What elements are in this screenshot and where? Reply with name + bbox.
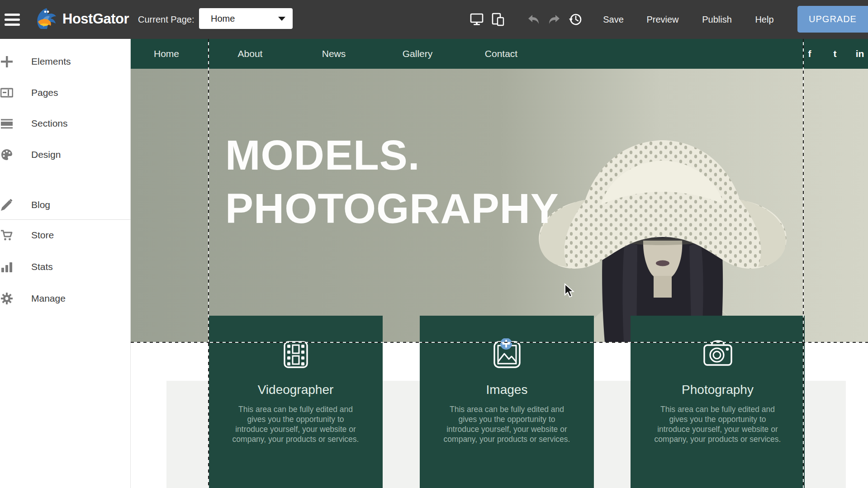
card-body: This area can be fully edited and gives … [650,404,786,444]
site-nav-news[interactable]: News [322,39,346,69]
plus-icon [0,55,13,68]
film-icon [281,338,311,371]
selection-guide-left [208,39,209,488]
palette-icon [0,148,13,161]
gear-icon [0,292,13,305]
card-body: This area can be fully edited and gives … [439,404,575,444]
sidebar-item-manage[interactable]: Manage [0,289,131,308]
preview-button[interactable]: Preview [646,0,678,39]
undo-icon[interactable] [526,12,541,27]
page-dropdown[interactable]: Home [199,8,293,29]
bar-chart-icon [0,261,13,273]
site-canvas: Home About News Gallery Contact f t in [131,39,868,488]
hero-section[interactable]: MODELS. PHOTOGRAPHY [131,69,868,342]
site-nav-about[interactable]: About [238,39,263,69]
sidebar-item-pages[interactable]: Pages [0,83,131,103]
sidebar-item-store[interactable]: Store [0,225,131,245]
site-nav-contact[interactable]: Contact [485,39,517,69]
hero-title-line2: PHOTOGRAPHY [225,182,559,235]
hero-title[interactable]: MODELS. PHOTOGRAPHY [225,128,559,235]
mouse-cursor [563,283,577,298]
pencil-icon [0,199,13,211]
sidebar-item-design[interactable]: Design [0,145,131,165]
chevron-down-icon [278,17,285,21]
site-nav-gallery[interactable]: Gallery [403,39,433,69]
topbar: HostGator Current Page: Home Save Previe… [0,0,868,39]
publish-button[interactable]: Publish [702,0,732,39]
site-nav-home[interactable]: Home [154,39,179,69]
sidebar-item-elements[interactable]: Elements [0,52,131,71]
hamburger-menu-icon[interactable] [5,14,21,27]
redo-icon[interactable] [547,12,562,27]
upgrade-button[interactable]: UPGRADE [797,6,868,33]
help-button[interactable]: Help [755,0,773,39]
twitter-icon[interactable]: t [834,39,837,69]
selection-guide-bottom [131,342,868,343]
sidebar-divider [0,219,131,220]
card-title: Videographer [209,383,383,397]
page-dropdown-value: Home [211,14,235,24]
card-title: Photography [631,383,805,397]
facebook-icon[interactable]: f [808,39,811,69]
mobile-icon[interactable] [491,12,505,27]
selection-guide-right [803,39,804,488]
sections-icon [0,117,13,130]
sidebar: Elements Pages Sections Design Blog [0,39,131,488]
sidebar-item-blog[interactable]: Blog [0,195,131,215]
site-nav: Home About News Gallery Contact f t in [131,39,868,69]
linkedin-icon[interactable]: in [856,39,864,69]
hero-title-line1: MODELS. [225,128,559,182]
history-icon[interactable] [568,12,583,27]
image-plus-icon [488,338,526,371]
current-page-label: Current Page: [138,0,194,39]
pages-icon [0,86,13,99]
brand-name: HostGator [62,11,129,27]
gator-logo-icon [34,6,59,32]
cart-icon [0,229,13,242]
card-body: This area can be fully edited and gives … [228,404,364,444]
save-button[interactable]: Save [603,0,624,39]
camera-icon [701,338,735,371]
brand-logo: HostGator [34,6,129,32]
card-title: Images [420,383,594,397]
desktop-icon[interactable] [470,12,484,27]
sidebar-item-stats[interactable]: Stats [0,257,131,277]
sidebar-item-sections[interactable]: Sections [0,114,131,133]
